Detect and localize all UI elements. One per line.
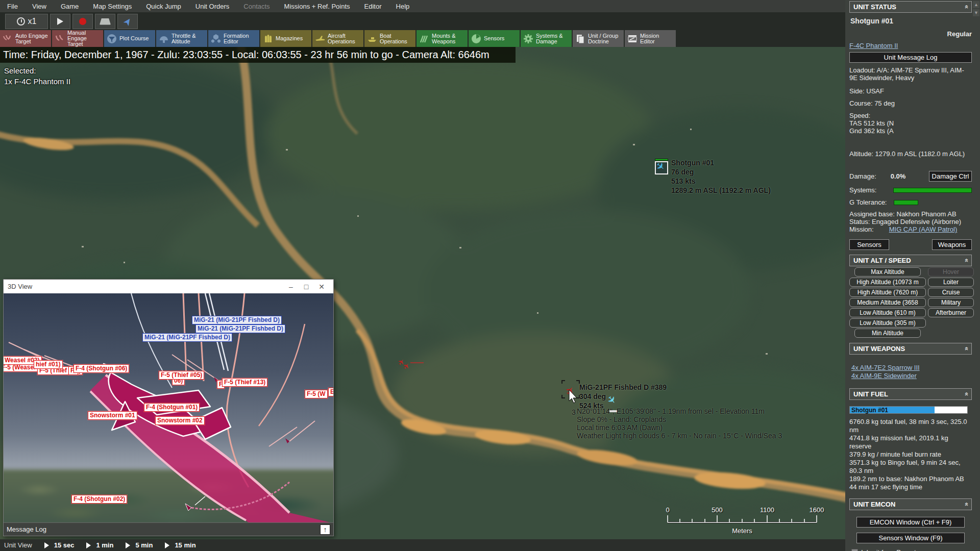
unit-group-doctrine-button[interactable]: Unit / GroupDoctrine (573, 30, 624, 47)
emcon-window-button[interactable]: EMCON Window (Ctrl + F9) (856, 517, 964, 528)
cruise-button[interactable]: Cruise (928, 288, 974, 297)
scroll-up-icon[interactable]: ▲ (973, 1, 979, 8)
min-altitude-button[interactable]: Min Altitude (854, 329, 921, 338)
interval-5min[interactable]: 5 min (135, 541, 153, 549)
map-scale: 0 500 1100 1600 Meters (662, 506, 823, 535)
manual-engage-target-button[interactable]: ManualEngage Target (52, 30, 103, 47)
menu-game[interactable]: Game (61, 3, 79, 10)
interval-15sec[interactable]: 15 sec (54, 541, 75, 549)
record-button[interactable] (72, 14, 93, 29)
max-altitude-button[interactable]: Max Altitude (854, 267, 921, 277)
systems-bar (893, 188, 972, 193)
interval-1min[interactable]: 1 min (96, 541, 113, 549)
magazines-button[interactable]: Magazines (260, 30, 311, 47)
formation-editor-button[interactable]: FormationEditor (208, 30, 259, 47)
mounts-weapons-button[interactable]: Mounts &Weapons (416, 30, 468, 47)
time-bar: Time: Friday, December 1, 1967 - Zulu: 2… (0, 47, 516, 63)
play-15min-icon[interactable] (165, 542, 169, 548)
command-app: File View Game Map Settings Quick Jump U… (0, 0, 980, 551)
damage-value: 0.0% (891, 172, 906, 180)
sensors-window-button[interactable]: Sensors Window (F9) (856, 533, 964, 543)
play-button[interactable] (50, 14, 70, 29)
unit-status-header[interactable]: UNIT STATUS » (849, 1, 972, 13)
menu-editor[interactable]: Editor (364, 3, 382, 10)
unit-class-link[interactable]: F-4C Phantom II (849, 42, 898, 49)
throttle-altitude-button[interactable]: Throttle &Altitude (156, 30, 207, 47)
interval-15min[interactable]: 15 min (175, 541, 195, 549)
scale-tick-label: 0 (666, 506, 669, 514)
minimize-button[interactable]: – (283, 283, 299, 291)
scroll-down-icon[interactable]: ▼ (973, 9, 979, 16)
expand-log-button[interactable]: ↑ (320, 524, 330, 535)
damage-ctrl-button[interactable]: Damage Ctrl (929, 171, 972, 182)
military-button[interactable]: Military (928, 298, 974, 307)
tactical-map[interactable]: Time: Friday, December 1, 1967 - Zulu: 2… (0, 47, 845, 539)
systems-label: Systems: (849, 186, 893, 194)
play-15sec-icon[interactable] (44, 542, 49, 548)
low-altitude-305-button[interactable]: Low Altitude (305 m) (849, 318, 926, 328)
claws-icon (54, 33, 65, 44)
sidebar-scrollbar[interactable]: ▲ ▼ (973, 1, 979, 18)
menu-quick-jump[interactable]: Quick Jump (146, 3, 181, 10)
low-altitude-610-button[interactable]: Low Altitude (610 m) (849, 308, 926, 317)
button-label: Auto EngageTarget (15, 33, 48, 44)
3d-view-canvas[interactable]: MiG-21 (MiG-21PF Fishbed D) MiG-21 (MiG-… (4, 293, 333, 522)
collapse-icon: » (962, 392, 970, 396)
radar-icon (471, 33, 482, 44)
mission-link[interactable]: MIG CAP (AAW Patrol) (889, 226, 958, 233)
close-button[interactable]: ✕ (314, 283, 329, 291)
systems-damage-button[interactable]: Systems &Damage (521, 30, 572, 47)
weapons-panel-button[interactable]: Weapons (932, 239, 972, 250)
weapon-link-sidewinder[interactable]: 4x AIM-9E Sidewinder (851, 372, 917, 380)
high-altitude-10973-button[interactable]: High Altitude (10973 m (849, 278, 926, 287)
plot-course-button[interactable]: Plot Course (104, 30, 155, 47)
menu-missions-ref-points[interactable]: Missions + Ref. Points (284, 3, 350, 10)
time-compression-button[interactable]: x1 (5, 14, 48, 29)
mission-editor-button[interactable]: MissionEditor (625, 30, 676, 47)
high-altitude-7620-button[interactable]: High Altitude (7620 m) (849, 288, 926, 297)
play-1min-icon[interactable] (86, 542, 91, 548)
menu-unit-orders[interactable]: Unit Orders (195, 3, 229, 10)
clock-icon (17, 17, 25, 26)
sensors-panel-button[interactable]: Sensors (849, 239, 889, 250)
sensors-button[interactable]: Sensors (469, 30, 520, 47)
3d-view-window[interactable]: 3D View – □ ✕ (3, 279, 334, 536)
gtolerance-label: G Tolerance: (849, 198, 894, 206)
3d-view-titlebar[interactable]: 3D View – □ ✕ (4, 280, 333, 293)
menu-view[interactable]: View (32, 3, 46, 10)
unit-message-log-button[interactable]: Unit Message Log (849, 52, 972, 63)
inherit-checkbox[interactable]: ✓ (851, 549, 858, 551)
3d-label-mig: MiG-21 (MiG-21PF Fishbed D) (195, 324, 285, 333)
scale-tick-label: 1600 (810, 506, 824, 514)
boat-operations-button[interactable]: BoatOperations (364, 30, 415, 47)
message-log-bar[interactable]: Message Log ↑ (4, 522, 333, 536)
time-bar-text: Time: Friday, December 1, 1967 - Zulu: 2… (3, 49, 489, 61)
loiter-button[interactable]: Loiter (928, 278, 974, 287)
3d-label: F-5 (Thief #13) (222, 378, 267, 387)
menu-help[interactable]: Help (396, 3, 410, 10)
fuel-gauge: Shotgun #01 (849, 406, 968, 414)
auto-engage-target-button[interactable]: Auto EngageTarget (0, 30, 51, 47)
button-label: Plot Course (119, 36, 149, 41)
window-pencil-icon (627, 33, 638, 44)
play-5min-icon[interactable] (126, 542, 130, 548)
afterburner-button[interactable]: Afterburner (928, 308, 974, 317)
shotgun-unit-icon[interactable]: ✈ (655, 161, 668, 174)
menu-map-settings[interactable]: Map Settings (93, 3, 132, 10)
unit-weapons-header[interactable]: UNIT WEAPONS » (849, 343, 972, 355)
boat-icon (366, 33, 378, 44)
jump-button[interactable]: ➤ (117, 14, 138, 29)
menu-file[interactable]: File (7, 3, 18, 10)
maximize-button[interactable]: □ (299, 283, 314, 291)
aircraft-operations-button[interactable]: AircraftOperations (312, 30, 363, 47)
map-cursor-tooltip: N20°01'14", E105°39'08" - 1.19nm from se… (577, 407, 782, 440)
unit-alt-speed-header[interactable]: UNIT ALT / SPEED » (849, 255, 972, 266)
unit-fuel-header[interactable]: UNIT FUEL » (849, 388, 972, 400)
plot-course-icon (106, 33, 117, 44)
button-label: Throttle &Altitude (172, 33, 196, 44)
recorder-button[interactable] (95, 14, 115, 29)
menu-contacts: Contacts (243, 3, 270, 10)
medium-altitude-button[interactable]: Medium Altitude (3658 (849, 298, 926, 307)
unit-emcon-header[interactable]: UNIT EMCON » (849, 498, 972, 510)
weapon-link-sparrow[interactable]: 4x AIM-7E2 Sparrow III (851, 364, 920, 371)
